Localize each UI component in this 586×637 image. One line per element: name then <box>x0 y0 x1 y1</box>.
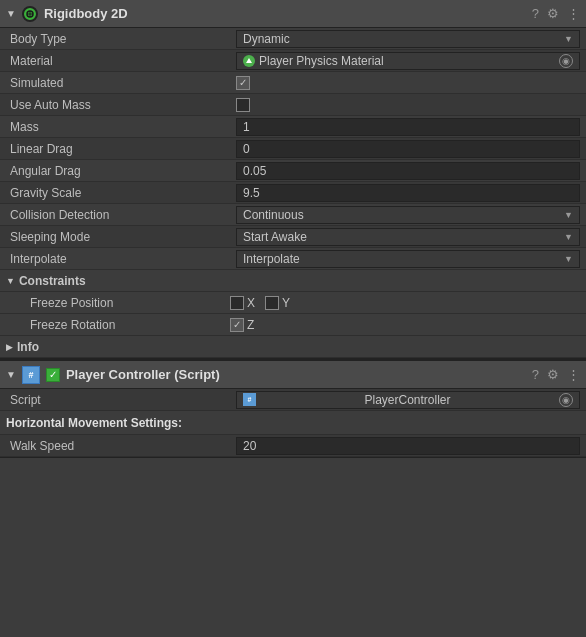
sleeping-mode-text: Start Awake <box>243 230 307 244</box>
gravity-scale-row: Gravity Scale 9.5 <box>0 182 586 204</box>
script-select-btn[interactable]: ◉ <box>559 393 573 407</box>
mass-input[interactable]: 1 <box>236 118 580 136</box>
enable-check-mark: ✓ <box>49 369 57 380</box>
linear-drag-value[interactable]: 0 <box>236 140 580 158</box>
interpolate-row: Interpolate Interpolate ▼ <box>0 248 586 270</box>
simulated-checkbox[interactable]: ✓ <box>236 76 250 90</box>
use-auto-mass-checkbox-wrapper <box>236 98 580 112</box>
sleeping-mode-dropdown[interactable]: Start Awake ▼ <box>236 228 580 246</box>
script-ref-icon: # <box>243 393 256 406</box>
script-value[interactable]: # PlayerController ◉ <box>236 391 580 409</box>
angular-drag-row: Angular Drag 0.05 <box>0 160 586 182</box>
body-type-text: Dynamic <box>243 32 290 46</box>
rigidbody2d-settings-btn[interactable]: ⚙ <box>547 6 559 21</box>
collision-detection-value[interactable]: Continuous ▼ <box>236 206 580 224</box>
freeze-position-y-checkbox[interactable] <box>265 296 279 310</box>
script-ref-box[interactable]: # PlayerController ◉ <box>236 391 580 409</box>
freeze-position-y-item: Y <box>265 296 290 310</box>
angular-drag-text: 0.05 <box>243 164 266 178</box>
angular-drag-label: Angular Drag <box>6 164 236 178</box>
freeze-position-checks: X Y <box>230 296 290 310</box>
material-select-btn[interactable]: ◉ <box>559 54 573 68</box>
gravity-scale-value[interactable]: 9.5 <box>236 184 580 202</box>
player-controller-enable-checkbox[interactable]: ✓ <box>46 368 60 382</box>
simulated-label: Simulated <box>6 76 236 90</box>
player-controller-collapse-arrow[interactable]: ▼ <box>6 369 16 380</box>
rigidbody2d-menu-btn[interactable]: ⋮ <box>567 6 580 21</box>
walk-speed-row: Walk Speed 20 <box>0 435 586 457</box>
sleeping-mode-arrow: ▼ <box>564 232 573 242</box>
mass-value[interactable]: 1 <box>236 118 580 136</box>
freeze-rotation-z-checkbox[interactable]: ✓ <box>230 318 244 332</box>
walk-speed-value[interactable]: 20 <box>236 437 580 455</box>
body-type-value[interactable]: Dynamic ▼ <box>236 30 580 48</box>
linear-drag-input[interactable]: 0 <box>236 140 580 158</box>
linear-drag-label: Linear Drag <box>6 142 236 156</box>
body-type-label: Body Type <box>6 32 236 46</box>
player-controller-menu-btn[interactable]: ⋮ <box>567 367 580 382</box>
player-controller-header: ▼ # ✓ Player Controller (Script) ? ⚙ ⋮ <box>0 359 586 389</box>
gravity-scale-label: Gravity Scale <box>6 186 236 200</box>
use-auto-mass-label: Use Auto Mass <box>6 98 236 112</box>
simulated-check-mark: ✓ <box>239 77 247 88</box>
material-row: Material Player Physics Material ◉ <box>0 50 586 72</box>
body-type-arrow: ▼ <box>564 34 573 44</box>
simulated-checkbox-wrapper: ✓ <box>236 76 580 90</box>
material-icon <box>243 55 255 67</box>
interpolate-dropdown[interactable]: Interpolate ▼ <box>236 250 580 268</box>
player-controller-title: Player Controller (Script) <box>66 367 526 382</box>
angular-drag-input[interactable]: 0.05 <box>236 162 580 180</box>
horizontal-movement-header: Horizontal Movement Settings: <box>0 411 586 435</box>
collision-detection-dropdown[interactable]: Continuous ▼ <box>236 206 580 224</box>
freeze-position-x-checkbox[interactable] <box>230 296 244 310</box>
walk-speed-input[interactable]: 20 <box>236 437 580 455</box>
interpolate-value[interactable]: Interpolate ▼ <box>236 250 580 268</box>
mass-label: Mass <box>6 120 236 134</box>
constraints-section-header[interactable]: ▼ Constraints <box>0 270 586 292</box>
use-auto-mass-checkbox[interactable] <box>236 98 250 112</box>
interpolate-arrow: ▼ <box>564 254 573 264</box>
collision-detection-label: Collision Detection <box>6 208 236 222</box>
gravity-scale-input[interactable]: 9.5 <box>236 184 580 202</box>
script-label: Script <box>6 393 236 407</box>
freeze-position-x-label: X <box>247 296 255 310</box>
svg-marker-3 <box>246 58 252 63</box>
rigidbody2d-icon <box>22 6 38 22</box>
constraints-arrow[interactable]: ▼ <box>6 276 15 286</box>
body-type-row: Body Type Dynamic ▼ <box>0 28 586 50</box>
material-box[interactable]: Player Physics Material ◉ <box>236 52 580 70</box>
body-type-dropdown[interactable]: Dynamic ▼ <box>236 30 580 48</box>
script-row: Script # PlayerController ◉ <box>0 389 586 411</box>
angular-drag-value[interactable]: 0.05 <box>236 162 580 180</box>
collision-detection-arrow: ▼ <box>564 210 573 220</box>
material-value[interactable]: Player Physics Material ◉ <box>236 52 580 70</box>
info-section-header[interactable]: ▶ Info <box>0 336 586 358</box>
player-controller-header-actions: ? ⚙ ⋮ <box>532 367 580 382</box>
mass-text: 1 <box>243 120 250 134</box>
player-controller-panel: ▼ # ✓ Player Controller (Script) ? ⚙ ⋮ S… <box>0 359 586 458</box>
player-controller-settings-btn[interactable]: ⚙ <box>547 367 559 382</box>
freeze-rotation-z-check-mark: ✓ <box>233 319 241 330</box>
rigidbody2d-help-btn[interactable]: ? <box>532 6 539 21</box>
freeze-position-x-item: X <box>230 296 255 310</box>
freeze-rotation-z-label: Z <box>247 318 254 332</box>
interpolate-text: Interpolate <box>243 252 300 266</box>
freeze-rotation-row: Freeze Rotation ✓ Z <box>0 314 586 336</box>
script-ref-icon-text: # <box>248 396 252 403</box>
gravity-scale-text: 9.5 <box>243 186 260 200</box>
linear-drag-row: Linear Drag 0 <box>0 138 586 160</box>
script-icon-text: # <box>28 370 33 380</box>
use-auto-mass-value <box>236 98 580 112</box>
freeze-position-row: Freeze Position X Y <box>0 292 586 314</box>
freeze-rotation-checks: ✓ Z <box>230 318 254 332</box>
freeze-rotation-label: Freeze Rotation <box>30 318 230 332</box>
info-arrow[interactable]: ▶ <box>6 342 13 352</box>
material-name: Player Physics Material <box>259 54 555 68</box>
rigidbody2d-panel: ▼ Rigidbody 2D ? ⚙ ⋮ Body Type Dynamic ▼ <box>0 0 586 359</box>
linear-drag-text: 0 <box>243 142 250 156</box>
rigidbody2d-collapse-arrow[interactable]: ▼ <box>6 8 16 19</box>
player-controller-help-btn[interactable]: ? <box>532 367 539 382</box>
sleeping-mode-value[interactable]: Start Awake ▼ <box>236 228 580 246</box>
sleeping-mode-label: Sleeping Mode <box>6 230 236 244</box>
freeze-position-y-label: Y <box>282 296 290 310</box>
